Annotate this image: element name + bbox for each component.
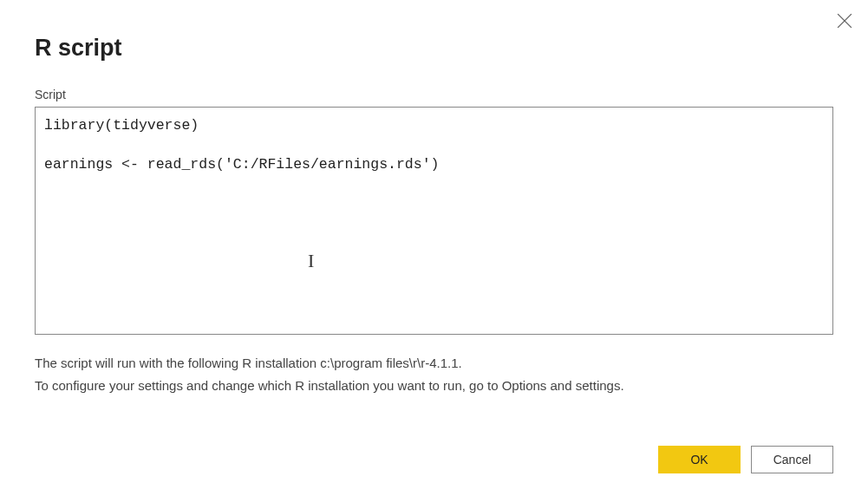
info-line-2: To configure your settings and change wh…	[35, 375, 833, 397]
info-text: The script will run with the following R…	[35, 352, 833, 398]
info-line-1: The script will run with the following R…	[35, 352, 833, 375]
dialog-title: R script	[35, 35, 833, 62]
cancel-button[interactable]: Cancel	[751, 446, 833, 473]
r-script-dialog: R script Script I The script will run wi…	[0, 0, 868, 496]
script-label: Script	[35, 88, 833, 101]
script-input[interactable]	[35, 107, 833, 335]
ok-button[interactable]: OK	[658, 446, 741, 473]
close-icon[interactable]	[837, 13, 852, 29]
button-row: OK Cancel	[35, 446, 833, 473]
